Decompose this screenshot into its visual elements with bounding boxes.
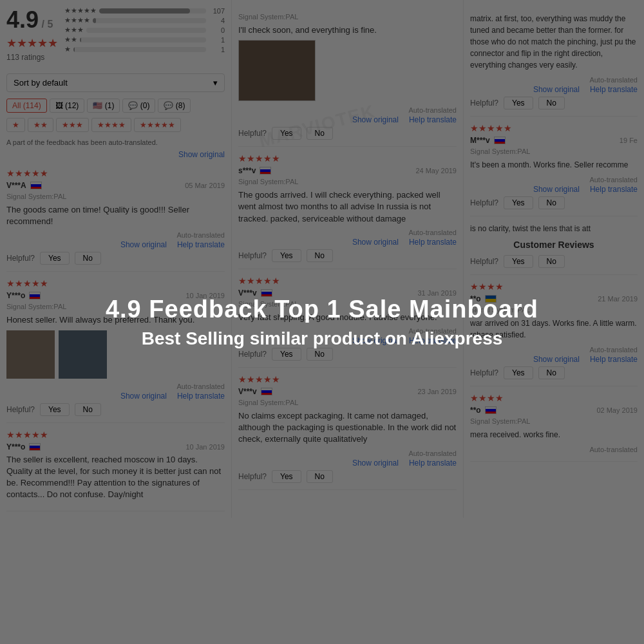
overlay-title: 4.9 Feedback Top 1 Sale Mainboard bbox=[106, 296, 538, 323]
overlay-subtitle: Best Selling similar product on Aliexpre… bbox=[142, 328, 503, 349]
overlay: 4.9 Feedback Top 1 Sale Mainboard Best S… bbox=[0, 0, 644, 518]
